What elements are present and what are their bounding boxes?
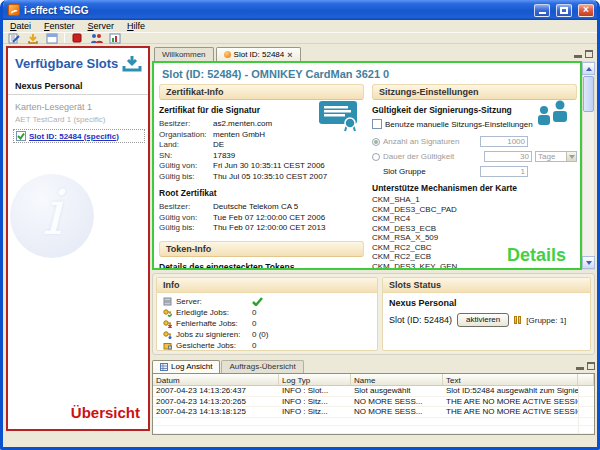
- group-icon: [514, 316, 521, 324]
- info-row-value: 0: [252, 318, 371, 329]
- report-icon: [109, 33, 121, 44]
- certificate-icon: [318, 100, 360, 132]
- slot-checkbox[interactable]: [16, 131, 26, 141]
- title-bar: i-effect *SIGG ×: [3, 0, 597, 20]
- field-label: Gültig von:: [159, 213, 213, 224]
- signatures-radio-label: Anzahl an Signaturen: [383, 137, 477, 146]
- slots-status-title: Slots Status: [383, 278, 590, 293]
- field-label: Gültig von:: [159, 161, 213, 172]
- mechanism-item: CKM_DES3_ECB: [372, 224, 577, 234]
- column-name[interactable]: Name: [351, 374, 443, 385]
- cell-name: NO MORE SESS...: [351, 407, 443, 417]
- slot-link[interactable]: Slot ID: 52484 (specific): [29, 132, 119, 141]
- tab-auftrags-uebersicht-label: Auftrags-Übersicht: [229, 362, 295, 371]
- sign-document-icon: [8, 33, 20, 44]
- sign-document-button[interactable]: [7, 33, 21, 44]
- cell-log-typ: INFO : Sitz...: [279, 397, 351, 407]
- field-label: Land:: [159, 140, 213, 151]
- i-effect-watermark: i: [10, 174, 94, 258]
- info-row-label: Erledigte Jobs:: [176, 307, 252, 318]
- info-row-value: 0: [252, 340, 371, 351]
- scroll-up-icon[interactable]: [582, 62, 595, 75]
- editor-minimize-icon[interactable]: [574, 55, 582, 58]
- workbench: Verfügbare Slots Nexus Personal Karten-L…: [3, 44, 597, 447]
- tab-log-ansicht[interactable]: Log Ansicht: [152, 360, 220, 373]
- new-window-button[interactable]: [45, 33, 59, 44]
- editor-tab-bar: Willkommen Slot ID: 52484 ×: [152, 44, 595, 61]
- menu-fenster[interactable]: Fenster: [44, 21, 75, 31]
- key-error-icon: [163, 319, 172, 328]
- log-row[interactable]: 2007-04-23 14:13:18:125 INFO : Sitz... N…: [153, 407, 594, 418]
- close-button[interactable]: ×: [578, 4, 594, 17]
- manual-settings-label: Benutze manuelle Sitzungs-Einstellungen: [385, 120, 533, 129]
- info-row-value: 0: [252, 307, 371, 318]
- report-button[interactable]: [108, 33, 122, 44]
- group-label: [Gruppe: 1]: [526, 316, 566, 325]
- column-text[interactable]: Text: [443, 374, 578, 385]
- manual-settings-checkbox[interactable]: [372, 119, 382, 129]
- info-panel-title: Info: [157, 278, 377, 293]
- aktivieren-button[interactable]: aktivieren: [457, 313, 509, 327]
- info-row-label: Fehlerhafte Jobs:: [176, 318, 252, 329]
- deploy-button[interactable]: [26, 33, 40, 44]
- editor-scrollbar[interactable]: [582, 61, 595, 270]
- log-table-header: Datum Log Typ Name Text: [153, 374, 594, 386]
- cell-name: Slot ausgewählt: [351, 386, 443, 396]
- green-check-icon: [252, 297, 263, 306]
- stop-button[interactable]: [70, 33, 84, 44]
- log-tab-bar: Log Ansicht Auftrags-Übersicht: [152, 358, 595, 373]
- cell-datum: 2007-04-23 14:13:26:437: [153, 386, 279, 396]
- duration-radio-label: Dauer der Gültigkeit: [383, 152, 481, 161]
- slot-list-item[interactable]: Slot ID: 52484 (specific): [13, 129, 145, 143]
- info-row-label: Jobs zu signieren:: [176, 329, 252, 340]
- section-token-info: Token-Info: [159, 241, 364, 257]
- scroll-down-icon[interactable]: [582, 256, 595, 269]
- column-spare: [578, 374, 594, 385]
- section-zertifikat-info: Zertifikat-Info: [159, 84, 364, 100]
- log-minimize-icon[interactable]: [576, 367, 584, 370]
- field-value: Thu Feb 07 12:00:00 CET 2013: [213, 223, 325, 234]
- section-sitzungs-einstellungen: Sitzungs-Einstellungen: [372, 84, 577, 100]
- deploy-icon: [27, 33, 39, 44]
- signatures-count-input: [480, 136, 528, 147]
- log-row[interactable]: 2007-04-23 14:13:20:265 INFO : Sitz... N…: [153, 397, 594, 408]
- slot-id-label: Slot (ID: 52484): [389, 315, 452, 325]
- field-label: Gültig bis:: [159, 172, 213, 183]
- scrollbar-thumb[interactable]: [583, 76, 594, 112]
- download-slots-icon[interactable]: [122, 55, 142, 72]
- cell-text: THE ARE NO MORE ACTIVE SESSIONS FOR SIGN…: [443, 407, 578, 417]
- tab-willkommen[interactable]: Willkommen: [154, 47, 214, 61]
- field-label: Organisation:: [159, 130, 213, 141]
- editor-maximize-icon[interactable]: [585, 50, 593, 58]
- field-value: as2.menten.com: [213, 119, 272, 130]
- slot-group-input: [480, 166, 528, 177]
- tab-auftrags-uebersicht[interactable]: Auftrags-Übersicht: [221, 360, 303, 373]
- duration-unit-select: Tage: [535, 151, 577, 162]
- tab-slot[interactable]: Slot ID: 52484 ×: [216, 47, 301, 61]
- log-row[interactable]: 2007-04-23 14:13:26:437 INFO : Slot... S…: [153, 386, 594, 397]
- info-row-label: Server:: [176, 296, 252, 307]
- column-datum[interactable]: Datum: [153, 374, 279, 385]
- toolbar: [3, 32, 597, 44]
- minimize-button[interactable]: [534, 4, 550, 17]
- menu-datei[interactable]: Datei: [10, 21, 31, 31]
- users-icon: [90, 33, 103, 44]
- users-button[interactable]: [89, 33, 103, 44]
- menu-hilfe[interactable]: Hilfe: [127, 21, 145, 31]
- tab-close-icon[interactable]: ×: [287, 51, 292, 59]
- log-maximize-icon[interactable]: [587, 362, 595, 370]
- sidebar-title: Verfügbare Slots: [15, 56, 118, 71]
- field-label: SN:: [159, 151, 213, 162]
- field-value: Deutsche Telekom CA 5: [213, 202, 298, 213]
- log-table: Datum Log Typ Name Text 2007-04-23 14:13…: [152, 373, 595, 435]
- maximize-button[interactable]: [556, 4, 572, 17]
- menu-server[interactable]: Server: [88, 21, 115, 31]
- slot-detail-editor: Slot (ID: 52484) - OMNIKEY CardMan 3621 …: [152, 61, 582, 270]
- slots-status-panel: Slots Status Nexus Personal Slot (ID: 52…: [382, 277, 591, 351]
- slot-status-dot-icon: [224, 51, 231, 58]
- column-log-typ[interactable]: Log Typ: [279, 374, 351, 385]
- status-band: Info Server: Erledigte Jobs: 0: [152, 273, 595, 355]
- cell-name: NO MORE SESS...: [351, 397, 443, 407]
- field-value: Tue Feb 07 12:00:00 CET 2006: [213, 213, 325, 224]
- tab-slot-label: Slot ID: 52484: [234, 50, 285, 59]
